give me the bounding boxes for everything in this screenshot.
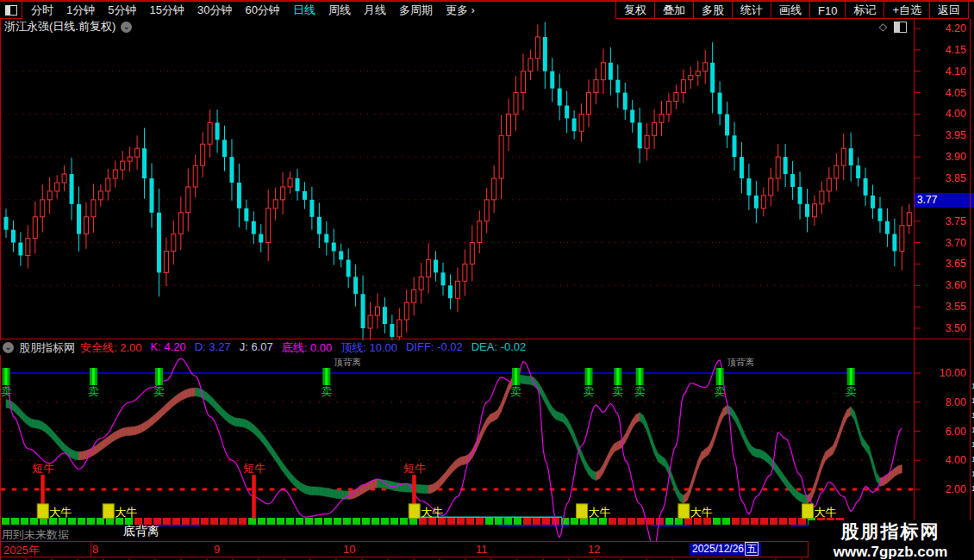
svg-text:4.20: 4.20 bbox=[946, 22, 966, 34]
svg-text:3.50: 3.50 bbox=[946, 322, 966, 334]
indicator-value-7: DEA: -0.02 bbox=[471, 340, 527, 356]
indicator-header: ⌄ 股朋指标网 安全线: 2.00K: 4.20D: 3.27J: 6.07底线… bbox=[0, 340, 914, 355]
svg-text:大牛: 大牛 bbox=[421, 506, 443, 519]
toolbar-button-2[interactable]: 多股 bbox=[693, 2, 732, 19]
svg-text:卖: 卖 bbox=[88, 385, 99, 398]
period-tab-9[interactable]: 多周期 bbox=[399, 3, 433, 18]
toolbar: 分时1分钟5分钟15分钟30分钟60分钟日线周线月线多周期更多 › 复权叠加多股… bbox=[0, 0, 974, 19]
strip-price-highlight bbox=[971, 193, 974, 208]
diamond-icon[interactable]: ◇ bbox=[879, 21, 887, 33]
svg-text:3.90: 3.90 bbox=[946, 151, 966, 163]
weekday-suffix: 五 bbox=[745, 542, 759, 556]
watermark-url: www.7gpzb.com bbox=[834, 544, 948, 560]
toolbar-button-8[interactable]: 返回 bbox=[929, 2, 969, 19]
indicator-source-name: 股朋指标网 bbox=[19, 340, 75, 356]
period-tab-7[interactable]: 周线 bbox=[328, 3, 351, 18]
bottom-divergence-label: 底背离 bbox=[123, 524, 159, 539]
svg-text:3.65: 3.65 bbox=[946, 258, 966, 270]
svg-text:10.00: 10.00 bbox=[940, 367, 966, 379]
time-axis[interactable]: 2025年 89101112 2025/12/26五 bbox=[0, 541, 809, 557]
stock-title: 浙江永强(日线.前复权) bbox=[4, 19, 116, 34]
indicator-value-6: DIFF: -0.02 bbox=[406, 340, 463, 356]
svg-text:顶背离: 顶背离 bbox=[727, 357, 755, 367]
svg-text:卖: 卖 bbox=[1, 385, 12, 398]
svg-text:大牛: 大牛 bbox=[815, 506, 837, 519]
svg-text:卖: 卖 bbox=[510, 385, 521, 398]
svg-text:3.70: 3.70 bbox=[946, 237, 966, 249]
period-tab-1[interactable]: 1分钟 bbox=[66, 3, 95, 18]
svg-text:4.00: 4.00 bbox=[946, 454, 966, 466]
indicator-value-4: 底线: 0.00 bbox=[282, 340, 333, 356]
toolbar-button-5[interactable]: F10 bbox=[809, 2, 845, 19]
toolbar-button-3[interactable]: 统计 bbox=[732, 2, 771, 19]
indicator-value-5: 顶线: 10.00 bbox=[340, 340, 397, 356]
month-label-12: 12 bbox=[588, 543, 600, 556]
toolbar-button-0[interactable]: 复权 bbox=[615, 2, 654, 19]
period-tabs: 分时1分钟5分钟15分钟30分钟60分钟日线周线月线多周期更多 › bbox=[31, 3, 475, 18]
svg-text:大牛: 大牛 bbox=[49, 506, 72, 519]
svg-text:3.75: 3.75 bbox=[946, 215, 966, 227]
indicator-value-0: 安全线: 2.00 bbox=[80, 340, 142, 356]
svg-text:短牛: 短牛 bbox=[403, 462, 426, 475]
svg-text:大牛: 大牛 bbox=[690, 506, 713, 519]
period-tab-8[interactable]: 月线 bbox=[364, 3, 386, 18]
month-label-9: 9 bbox=[214, 543, 220, 556]
watermark-site-name: 股朋指标网 bbox=[841, 520, 940, 544]
indicator-value-1: K: 4.20 bbox=[151, 340, 186, 356]
svg-text:4.10: 4.10 bbox=[946, 65, 966, 78]
svg-text:卖: 卖 bbox=[846, 385, 857, 398]
svg-text:3.55: 3.55 bbox=[946, 301, 966, 313]
indicator-value-2: D: 3.27 bbox=[195, 340, 231, 356]
svg-text:短牛: 短牛 bbox=[243, 462, 265, 475]
svg-text:卖: 卖 bbox=[321, 385, 332, 398]
svg-text:卖: 卖 bbox=[153, 385, 165, 398]
svg-text:短牛: 短牛 bbox=[32, 462, 54, 475]
period-tab-4[interactable]: 30分钟 bbox=[197, 3, 232, 18]
month-label-10: 10 bbox=[343, 543, 355, 556]
svg-text:8.00: 8.00 bbox=[946, 396, 966, 408]
toolbar-button-4[interactable]: 画线 bbox=[771, 2, 809, 19]
month-label-11: 11 bbox=[476, 543, 488, 556]
svg-text:4.05: 4.05 bbox=[946, 87, 966, 99]
svg-text:大牛: 大牛 bbox=[115, 506, 137, 519]
split-window-glyph bbox=[5, 5, 17, 16]
toolbar-buttons: 复权叠加多股统计画线F10标记+自选返回 bbox=[615, 2, 969, 19]
right-sidebar-strip: 11111111 bbox=[970, 0, 974, 560]
period-tab-2[interactable]: 5分钟 bbox=[108, 3, 136, 18]
toolbar-button-1[interactable]: 叠加 bbox=[654, 2, 693, 19]
svg-text:大牛: 大牛 bbox=[589, 506, 611, 519]
app-window: 分时1分钟5分钟15分钟30分钟60分钟日线周线月线多周期更多 › 复权叠加多股… bbox=[0, 0, 974, 560]
watermark: 股朋指标网 www.7gpzb.com bbox=[809, 520, 972, 560]
year-box-divider bbox=[91, 542, 91, 557]
window-split-icon[interactable] bbox=[894, 22, 907, 33]
chevron-down-icon[interactable]: ⌄ bbox=[121, 22, 132, 33]
svg-text:3.60: 3.60 bbox=[946, 279, 966, 291]
toolbar-button-6[interactable]: 标记 bbox=[845, 2, 883, 19]
svg-text:3.85: 3.85 bbox=[946, 172, 966, 184]
svg-text:卖: 卖 bbox=[634, 385, 646, 398]
month-label-8: 8 bbox=[92, 543, 98, 556]
indicator-values: 安全线: 2.00K: 4.20D: 3.27J: 6.07底线: 0.00顶线… bbox=[80, 340, 526, 356]
split-window-icon[interactable] bbox=[0, 2, 22, 19]
period-tab-10[interactable]: 更多 › bbox=[446, 3, 475, 18]
indicator-collapse-icon[interactable]: ⌄ bbox=[3, 342, 14, 353]
svg-text:6.00: 6.00 bbox=[946, 426, 966, 438]
svg-text:卖: 卖 bbox=[612, 385, 623, 398]
svg-text:3.95: 3.95 bbox=[946, 129, 966, 141]
year-label: 2025年 bbox=[3, 543, 40, 558]
chart-canvas: 4.204.154.104.054.003.953.903.853.803.75… bbox=[0, 0, 974, 560]
svg-text:顶背离: 顶背离 bbox=[334, 357, 361, 367]
svg-text:卖: 卖 bbox=[715, 385, 726, 398]
period-tab-5[interactable]: 60分钟 bbox=[245, 3, 279, 18]
toolbar-button-7[interactable]: +自选 bbox=[883, 2, 929, 19]
svg-text:卖: 卖 bbox=[584, 385, 595, 398]
period-tab-0[interactable]: 分时 bbox=[31, 3, 53, 18]
period-tab-3[interactable]: 15分钟 bbox=[149, 3, 184, 18]
svg-text:2.00: 2.00 bbox=[946, 483, 966, 495]
status-row: 用到未来数据 底背离 bbox=[0, 526, 806, 540]
last-date-box: 2025/12/26五 bbox=[690, 543, 761, 556]
titlebar: 浙江永强(日线.前复权) ⌄ ◇ bbox=[0, 19, 914, 34]
axis-separator bbox=[914, 19, 915, 557]
indicator-value-3: J: 6.07 bbox=[240, 340, 273, 356]
period-tab-6[interactable]: 日线 bbox=[293, 3, 315, 18]
